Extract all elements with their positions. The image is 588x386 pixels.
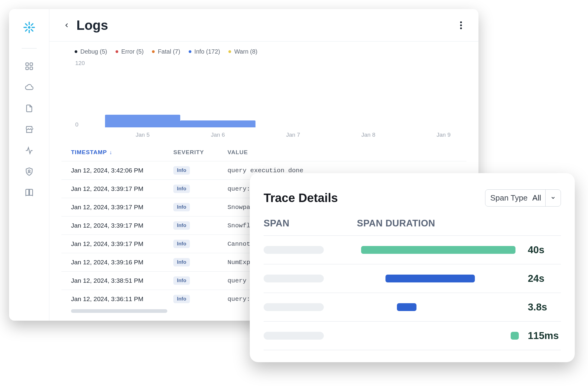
shield-user-icon[interactable] [24, 167, 34, 177]
trace-title: Trace Details [264, 191, 338, 205]
svg-rect-8 [27, 26, 31, 29]
page-header: Logs [49, 9, 478, 42]
cell-timestamp: Jan 12, 2024, 3:38:51 PM [71, 277, 173, 284]
span-type-label: Span Type [485, 190, 532, 206]
span-name-placeholder [264, 332, 324, 340]
chart-bar[interactable] [105, 115, 180, 128]
legend-item[interactable]: Fatal (7) [152, 48, 180, 55]
svg-rect-3 [31, 27, 35, 28]
duration-label: 24s [528, 273, 561, 284]
legend-label: Debug (5) [80, 48, 107, 55]
legend-item[interactable]: Error (5) [116, 48, 144, 55]
span-type-dropdown[interactable]: Span Type All [485, 189, 561, 207]
trace-row[interactable]: 115ms [264, 321, 561, 350]
legend-swatch-icon [152, 50, 155, 53]
column-header-value[interactable]: VALUE [227, 149, 457, 156]
sidebar-divider [22, 48, 37, 48]
cell-timestamp: Jan 12, 2024, 3:36:11 PM [71, 295, 173, 303]
svg-rect-6 [25, 23, 28, 26]
legend-label: Fatal (7) [158, 48, 180, 55]
legend-swatch-icon [116, 50, 118, 53]
trace-row[interactable]: 40s [264, 235, 561, 264]
legend-item[interactable]: Warn (8) [228, 48, 257, 55]
legend-item[interactable]: Debug (5) [75, 48, 107, 55]
file-icon[interactable] [24, 103, 34, 114]
log-volume-chart: Debug (5)Error (5)Fatal (7)Info (172)War… [49, 42, 478, 149]
svg-point-13 [28, 170, 30, 172]
legend-swatch-icon [75, 50, 77, 53]
svg-rect-9 [26, 63, 28, 66]
trace-column-duration: SPAN DURATION [357, 218, 561, 229]
svg-rect-5 [25, 29, 28, 32]
trace-column-span: SPAN [264, 218, 357, 229]
severity-badge: Info [173, 203, 190, 211]
cell-severity: Info [173, 185, 227, 193]
trace-details-panel: Trace Details Span Type All SPAN SPAN DU… [250, 173, 575, 362]
cell-timestamp: Jan 12, 2024, 3:39:17 PM [71, 204, 173, 211]
cell-severity: Info [173, 295, 227, 303]
duration-bar [385, 275, 475, 282]
cell-severity: Info [173, 221, 227, 230]
span-name-placeholder [264, 246, 324, 254]
column-header-timestamp[interactable]: TIMESTAMP ↓ [71, 149, 173, 156]
svg-rect-1 [29, 30, 30, 33]
legend-swatch-icon [228, 50, 231, 53]
left-sidebar [9, 9, 49, 321]
legend-swatch-icon [189, 50, 191, 53]
x-axis-tick: Jan 7 [286, 132, 300, 138]
x-axis-tick: Jan 5 [136, 132, 150, 138]
chevron-down-icon [545, 190, 561, 206]
duration-bar [511, 332, 519, 340]
y-axis-tick: 120 [75, 60, 85, 67]
legend-label: Info (172) [194, 48, 220, 55]
svg-rect-12 [30, 67, 32, 70]
cell-timestamp: Jan 12, 2024, 3:39:16 PM [71, 259, 173, 266]
x-axis-tick: Jan 8 [361, 132, 375, 138]
page-title: Logs [76, 18, 108, 33]
severity-badge: Info [173, 221, 190, 230]
svg-rect-11 [26, 67, 28, 70]
legend-label: Warn (8) [234, 48, 257, 55]
cell-severity: Info [173, 166, 227, 175]
x-axis-tick: Jan 6 [211, 132, 225, 138]
cell-timestamp: Jan 12, 2024, 3:39:17 PM [71, 240, 173, 247]
svg-rect-7 [30, 29, 34, 32]
severity-badge: Info [173, 240, 190, 248]
legend-item[interactable]: Info (172) [189, 48, 220, 55]
severity-badge: Info [173, 258, 190, 266]
trace-row[interactable]: 3.8s [264, 293, 561, 321]
apps-icon[interactable] [24, 61, 34, 71]
cloud-icon[interactable] [24, 82, 34, 92]
trace-row[interactable]: 24s [264, 264, 561, 293]
severity-badge: Info [173, 166, 190, 175]
severity-badge: Info [173, 295, 190, 303]
more-menu-button[interactable] [455, 19, 467, 31]
cell-timestamp: Jan 12, 2024, 3:39:17 PM [71, 185, 173, 192]
activity-icon[interactable] [24, 145, 34, 156]
chart-legend: Debug (5)Error (5)Fatal (7)Info (172)War… [61, 48, 466, 55]
svg-rect-4 [30, 23, 34, 26]
snowflake-logo-icon [22, 20, 36, 36]
chart-canvas: 120 0 Jan 5Jan 6Jan 7Jan 8Jan 9 [61, 59, 466, 149]
book-icon[interactable] [24, 188, 34, 198]
cell-timestamp: Jan 12, 2024, 3:39:17 PM [71, 222, 173, 229]
chart-bar[interactable] [180, 120, 255, 127]
back-button[interactable] [61, 19, 73, 31]
column-header-severity[interactable]: SEVERITY [173, 149, 227, 156]
duration-bar [361, 246, 515, 254]
span-name-placeholder [264, 303, 324, 311]
severity-badge: Info [173, 276, 190, 285]
span-name-placeholder [264, 275, 324, 282]
svg-rect-2 [23, 27, 27, 28]
cell-timestamp: Jan 12, 2024, 3:42:06 PM [71, 167, 173, 174]
duration-label: 40s [528, 244, 561, 256]
cell-severity: Info [173, 203, 227, 211]
legend-label: Error (5) [121, 48, 144, 55]
svg-rect-0 [29, 22, 30, 25]
span-type-value: All [532, 193, 545, 203]
store-icon[interactable] [24, 124, 34, 135]
x-axis-tick: Jan 9 [437, 132, 450, 138]
duration-label: 3.8s [528, 301, 561, 313]
severity-badge: Info [173, 185, 190, 193]
sort-arrow-icon: ↓ [109, 149, 112, 156]
